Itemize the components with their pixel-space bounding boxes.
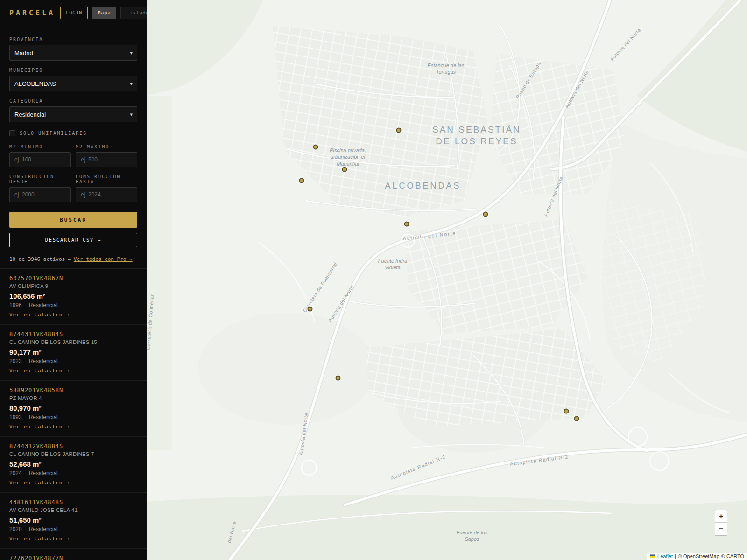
list-item[interactable]: 5889201VK4858N PZ MAYOR 4 80,970 m² 1993…: [0, 381, 147, 437]
sidebar: PARCELA LOGIN Mapa Listado PROVINCIA Mad…: [0, 0, 147, 560]
parcel-id: 4381611VK4848S: [9, 499, 137, 505]
map-marker[interactable]: [336, 376, 341, 381]
results-count: 10 de 3946 activos: [9, 256, 65, 262]
m2-maximo-input[interactable]: [76, 152, 137, 167]
map-container[interactable]: Estanque de las Tortugas SAN SEBASTIÁN D…: [147, 0, 747, 560]
map-marker[interactable]: [342, 167, 347, 172]
map-marker[interactable]: [483, 212, 488, 217]
parcel-year: 1993: [9, 414, 22, 420]
parcel-area: 90,177 m²: [9, 348, 137, 356]
m2-maximo-label: M2 MAXIMO: [76, 144, 137, 149]
osm-link[interactable]: © OpenStreetMap: [678, 553, 719, 559]
parcel-id: 8744312VK4884S: [9, 443, 137, 449]
parcel-address: AV OLIMPICA 9: [9, 283, 137, 289]
parcel-category: Residencial: [29, 358, 58, 364]
map-marker[interactable]: [564, 409, 569, 414]
leaflet-link[interactable]: Leaflet: [657, 553, 673, 559]
catastro-link[interactable]: Ver en Catastro →: [9, 312, 70, 318]
parcel-address: CL CAMINO DE LOS JARDINES 15: [9, 339, 137, 345]
map-attribution: Leaflet | © OpenStreetMap © CARTO: [647, 553, 747, 560]
provincia-select[interactable]: Madrid: [9, 45, 137, 61]
parcel-meta: 2024 Residencial: [9, 470, 137, 476]
construccion-hasta-label: CONSTRUCCION HASTA: [76, 174, 137, 184]
parcel-year: 2024: [9, 470, 22, 476]
tab-listado[interactable]: Listado: [120, 7, 147, 19]
parcel-address: AV CAMILO JOSE CELA 41: [9, 507, 137, 513]
catastro-link[interactable]: Ver en Catastro →: [9, 368, 70, 374]
solo-unifamiliares-label: SOLO UNIFAMILIARES: [20, 131, 87, 136]
login-button[interactable]: LOGIN: [60, 7, 88, 19]
results-dash: —: [68, 256, 71, 262]
parcel-area: 51,650 m²: [9, 516, 137, 524]
sidebar-header: PARCELA LOGIN Mapa Listado: [0, 0, 147, 26]
parcel-area: 106,656 m²: [9, 292, 137, 300]
parcel-id: 7276201VK4877N: [9, 555, 137, 560]
parcel-category: Residencial: [29, 526, 58, 532]
buscar-button[interactable]: BUSCAR: [9, 212, 137, 228]
parcel-id: 5889201VK4858N: [9, 387, 137, 393]
parcel-meta: 2020 Residencial: [9, 526, 137, 532]
list-item[interactable]: 7276201VK4877N AV VEGA 1 49,844 m² 2002 …: [0, 549, 147, 560]
leaflet-flag-icon: [650, 554, 655, 558]
catastro-link[interactable]: Ver en Catastro →: [9, 536, 70, 542]
categoria-label: CATEGORIA: [9, 98, 137, 104]
list-item[interactable]: 8744312VK4884S CL CAMINO DE LOS JARDINES…: [0, 437, 147, 493]
municipio-select[interactable]: ALCOBENDAS: [9, 76, 137, 91]
solo-unifamiliares-checkbox[interactable]: [9, 130, 15, 136]
ver-todos-pro-link[interactable]: Ver todos con Pro →: [74, 256, 133, 262]
parcel-id: 8744311VK4884S: [9, 331, 137, 337]
map-marker[interactable]: [404, 222, 409, 227]
list-item[interactable]: 4381611VK4848S AV CAMILO JOSE CELA 41 51…: [0, 493, 147, 549]
construccion-desde-input[interactable]: [9, 187, 71, 202]
parcel-category: Residencial: [29, 470, 58, 476]
map-marker[interactable]: [574, 416, 579, 421]
parcel-address: PZ MAYOR 4: [9, 395, 137, 401]
map-marker[interactable]: [299, 178, 304, 183]
construccion-desde-label: CONSTRUCCION DESDE: [9, 174, 71, 184]
map-canvas: [147, 0, 747, 560]
parcel-meta: 2023 Residencial: [9, 358, 137, 364]
parcel-meta: 1996 Residencial: [9, 302, 137, 308]
municipio-label: MUNICIPIO: [9, 68, 137, 73]
attribution-separator: |: [675, 553, 676, 559]
parcel-category: Residencial: [29, 414, 58, 420]
filters-panel: PROVINCIA Madrid ▾ MUNICIPIO ALCOBENDAS …: [0, 26, 147, 247]
app-logo: PARCELA: [9, 9, 55, 17]
list-item[interactable]: 8744311VK4884S CL CAMINO DE LOS JARDINES…: [0, 325, 147, 381]
app: PARCELA LOGIN Mapa Listado PROVINCIA Mad…: [0, 0, 747, 560]
zoom-in-button[interactable]: +: [715, 510, 727, 523]
catastro-link[interactable]: Ver en Catastro →: [9, 424, 70, 430]
map-marker[interactable]: [308, 307, 313, 312]
parcel-id: 6075701VK4867N: [9, 275, 137, 281]
parcel-meta: 1993 Residencial: [9, 414, 137, 420]
categoria-select[interactable]: Residencial: [9, 106, 137, 122]
results-summary: 10 de 3946 activos — Ver todos con Pro →: [0, 247, 147, 269]
tab-mapa[interactable]: Mapa: [92, 7, 116, 19]
m2-minimo-input[interactable]: [9, 152, 71, 167]
results-list[interactable]: 6075701VK4867N AV OLIMPICA 9 106,656 m² …: [0, 269, 147, 560]
parcel-area: 80,970 m²: [9, 404, 137, 412]
parcel-year: 1996: [9, 302, 22, 308]
list-item[interactable]: 6075701VK4867N AV OLIMPICA 9 106,656 m² …: [0, 269, 147, 325]
parcel-address: CL CAMINO DE LOS JARDINES 7: [9, 451, 137, 457]
provincia-label: PROVINCIA: [9, 37, 137, 42]
zoom-out-button[interactable]: −: [715, 523, 727, 535]
zoom-control: + −: [715, 510, 727, 536]
map-marker[interactable]: [313, 145, 318, 150]
parcel-area: 52,668 m²: [9, 460, 137, 468]
descargar-csv-button[interactable]: DESCARGAR CSV →: [9, 233, 137, 247]
carto-link[interactable]: © CARTO: [721, 553, 744, 559]
parcel-category: Residencial: [29, 302, 58, 308]
m2-minimo-label: M2 MINIMO: [9, 144, 71, 149]
construccion-hasta-input[interactable]: [76, 187, 137, 202]
map-marker[interactable]: [396, 128, 402, 133]
parcel-year: 2023: [9, 358, 22, 364]
catastro-link[interactable]: Ver en Catastro →: [9, 480, 70, 486]
parcel-year: 2020: [9, 526, 22, 532]
